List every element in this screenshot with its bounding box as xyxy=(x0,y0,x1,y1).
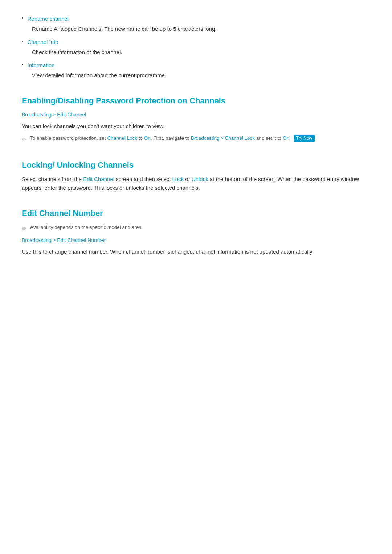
note-text-to: to xyxy=(137,135,144,141)
section2-body-or: or xyxy=(184,176,192,182)
bullet-dot-information: • xyxy=(22,62,23,67)
section3-breadcrumb-broadcasting[interactable]: Broadcasting xyxy=(22,236,52,244)
bullet-item-rename: • Rename channel xyxy=(22,15,370,23)
section2-heading: Locking/ Unlocking Channels xyxy=(22,159,370,171)
section1-breadcrumb-broadcasting[interactable]: Broadcasting xyxy=(22,111,52,119)
section-edit-channel-number: Edit Channel Number ✏ Availability depen… xyxy=(22,207,370,256)
note-on2-link[interactable]: On xyxy=(283,135,289,141)
section2-unlock-link[interactable]: Unlock xyxy=(192,176,208,182)
bullet-item-channelinfo: • Channel Info xyxy=(22,38,370,46)
note-text-period: . xyxy=(289,135,292,141)
section-password-protection: Enabling/Disabling Password Protection o… xyxy=(22,94,370,144)
rename-channel-link[interactable]: Rename channel xyxy=(28,15,69,23)
section-locking-unlocking: Locking/ Unlocking Channels Select chann… xyxy=(22,159,370,192)
section3-body: Use this to change channel number. When … xyxy=(22,247,370,256)
channel-info-link[interactable]: Channel Info xyxy=(28,38,58,46)
try-now-badge[interactable]: Try Now xyxy=(294,135,315,142)
section1-breadcrumb-arrow: > xyxy=(53,111,56,119)
bullet-list: • Rename channel Rename Analogue Channel… xyxy=(22,15,370,80)
section1-heading: Enabling/Disabling Password Protection o… xyxy=(22,94,370,107)
section1-note-row: ✏ To enable password protection, set Cha… xyxy=(22,134,370,144)
section1-breadcrumb: Broadcasting > Edit Channel xyxy=(22,111,370,119)
pencil-icon-1: ✏ xyxy=(22,135,26,144)
note-on1-link[interactable]: On xyxy=(144,135,151,141)
section1-body: You can lock channels you don't want you… xyxy=(22,122,370,131)
information-link[interactable]: Information xyxy=(28,61,55,70)
section3-availability-note: Availability depends on the specific mod… xyxy=(30,223,143,231)
section3-breadcrumb: Broadcasting > Edit Channel Number xyxy=(22,236,370,244)
bullet-dot-rename: • xyxy=(22,15,23,21)
section3-availability-row: ✏ Availability depends on the specific m… xyxy=(22,223,370,234)
note-text-pre: To enable password protection, set xyxy=(30,135,107,141)
bullet-dot-channelinfo: • xyxy=(22,38,23,44)
rename-channel-description: Rename Analogue Channels. The new name c… xyxy=(32,25,370,33)
section3-heading: Edit Channel Number xyxy=(22,207,370,219)
information-description: View detailed information about the curr… xyxy=(32,71,370,80)
note-broadcasting-link[interactable]: Broadcasting xyxy=(191,135,220,141)
note-text-and: and set it to xyxy=(255,135,283,141)
section2-body: Select channels from the Edit Channel sc… xyxy=(22,175,370,192)
section3-breadcrumb-editchannelnumber[interactable]: Edit Channel Number xyxy=(57,236,106,244)
section2-body-pre: Select channels from the xyxy=(22,176,83,182)
section3-breadcrumb-arrow: > xyxy=(53,237,56,244)
bullet-item-information: • Information xyxy=(22,61,370,70)
pencil-icon-2: ✏ xyxy=(22,224,26,234)
channel-info-description: Check the information of the channel. xyxy=(32,48,370,57)
section2-lock-link[interactable]: Lock xyxy=(172,176,184,182)
section2-edit-channel-link[interactable]: Edit Channel xyxy=(83,176,114,182)
section2-body-mid: screen and then select xyxy=(114,176,172,182)
note-channel-lock2-link[interactable]: Channel Lock xyxy=(225,135,255,141)
section1-note-text: To enable password protection, set Chann… xyxy=(30,134,315,142)
note-arrow: > xyxy=(220,135,225,141)
note-text-first: . First, navigate to xyxy=(151,135,191,141)
note-channel-lock-link[interactable]: Channel Lock xyxy=(107,135,137,141)
section1-breadcrumb-editchannel[interactable]: Edit Channel xyxy=(57,111,86,119)
